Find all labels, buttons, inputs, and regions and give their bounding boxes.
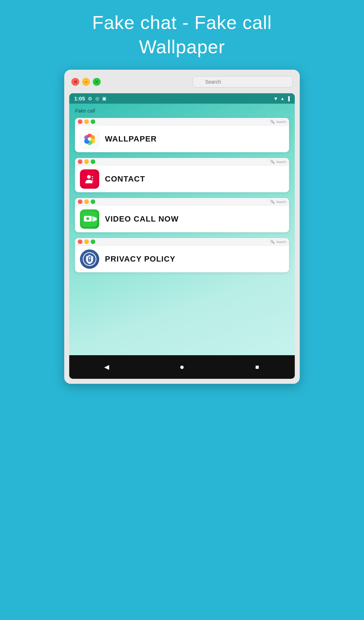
card-max-wallpaper [91,119,95,124]
videocall-icon [80,209,99,229]
videocall-card[interactable]: 🔍Search [75,198,289,232]
card-search-videocall: 🔍Search [270,200,286,204]
card-search-wallpaper: 🔍Search [270,120,286,124]
card-min-wallpaper [84,119,89,124]
card-search-privacy: 🔍Search [270,240,286,244]
card-close-wallpaper [78,119,82,124]
privacy-label: PRIVACY POLICY [105,254,176,264]
svg-point-11 [87,175,91,179]
section-label: Fake call [75,108,289,114]
phone-screen: 1:05 ⚙ ◎ ▣ ▼ ▲ ▐ Fake call 🔍 [69,93,295,379]
outer-container: ✕ − 🔍 1:05 ⚙ ◎ ▣ ▼ ▲ ▐ Fake [64,70,300,384]
card-close-privacy [78,239,82,244]
card-body-privacy[interactable]: PRIVACY POLICY [75,246,289,272]
contact-card[interactable]: 🔍Search [75,158,289,192]
card-header-privacy: 🔍Search [75,238,289,246]
home-button[interactable]: ● [177,362,187,372]
browser-bar: ✕ − 🔍 [69,75,295,89]
status-bar: 1:05 ⚙ ◎ ▣ ▼ ▲ ▐ [69,93,295,104]
svg-point-6 [88,137,91,141]
contact-label: CONTACT [105,174,145,184]
signal-icon: ▲ [280,96,285,101]
app-content: Fake call 🔍Search [69,104,295,355]
card-min-videocall [84,199,89,204]
close-button[interactable]: ✕ [71,78,79,86]
card-header-contact: 🔍Search [75,158,289,166]
card-close-videocall [78,199,82,204]
empty-space [75,278,289,349]
back-button[interactable]: ◀ [101,362,112,372]
sd-icon: ▣ [102,96,106,101]
card-max-videocall [91,199,95,204]
wallpaper-label: WALLPAPER [105,134,157,144]
card-body-contact[interactable]: CONTACT [75,166,289,192]
card-min-contact [84,159,89,164]
recents-button[interactable]: ■ [252,362,263,372]
card-max-privacy [91,239,95,244]
title-line2: Wallpaper [92,35,272,59]
recents-icon: ■ [255,363,259,371]
card-max-contact [91,159,95,164]
page-title: Fake chat - Fake call Wallpaper [92,11,272,59]
privacy-icon [80,249,99,269]
wallpaper-icon [80,129,99,149]
minimize-button[interactable]: − [82,78,90,86]
svg-point-19 [89,260,90,261]
bottom-nav: ◀ ● ■ [69,355,295,379]
maximize-button[interactable] [93,78,101,86]
card-search-contact: 🔍Search [270,160,286,164]
card-min-privacy [84,239,89,244]
status-right: ▼ ▲ ▐ [273,96,290,101]
contact-icon [80,169,99,189]
search-input[interactable] [193,76,293,88]
card-body-videocall[interactable]: VIDEO CALL NOW [75,206,289,232]
status-left: 1:05 ⚙ ◎ ▣ [74,95,106,101]
card-close-contact [78,159,82,164]
svg-point-15 [86,217,89,220]
status-time: 1:05 [74,95,85,101]
back-icon: ◀ [104,363,109,371]
wifi-icon: ◎ [95,96,99,101]
svg-rect-8 [92,176,93,177]
title-line1: Fake chat - Fake call [92,11,272,35]
wifi-signal-icon: ▼ [273,96,278,101]
card-body-wallpaper[interactable]: WALLPAPER [75,126,289,152]
home-icon: ● [180,362,184,372]
settings-icon: ⚙ [88,96,92,101]
svg-rect-9 [92,178,93,179]
card-header-wallpaper: 🔍Search [75,118,289,126]
wallpaper-card[interactable]: 🔍Search [75,118,289,152]
svg-rect-7 [82,171,97,187]
battery-icon: ▐ [287,96,290,101]
privacy-card[interactable]: 🔍Search [75,238,289,272]
search-wrapper: 🔍 [193,76,293,88]
card-header-videocall: 🔍Search [75,198,289,206]
videocall-label: VIDEO CALL NOW [105,214,179,224]
